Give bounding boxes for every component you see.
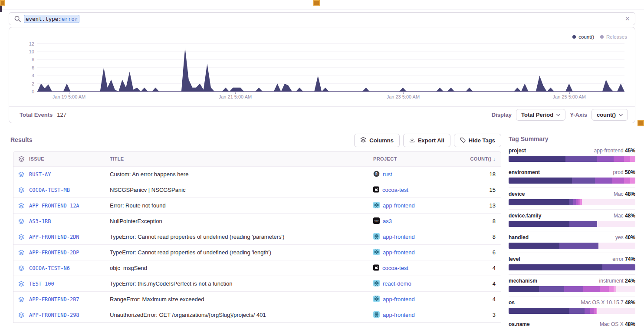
tag-distribution-bar[interactable]: [509, 156, 635, 162]
issue-link[interactable]: APP-FRONTEND-2DP: [29, 250, 110, 256]
search-query-token[interactable]: event.type:error: [24, 15, 79, 23]
tag-bar-segment[interactable]: [600, 286, 608, 292]
issue-stack-icon[interactable]: [13, 203, 29, 209]
issue-stack-icon[interactable]: [13, 187, 29, 193]
issue-link[interactable]: APP-FRONTEND-298: [29, 312, 110, 318]
table-row: COCOA-TEST-N6objc_msgSendcocoa-test4: [13, 260, 501, 276]
tag-bar-segment[interactable]: [569, 308, 585, 314]
tag-bar-segment[interactable]: [572, 178, 595, 184]
project-link[interactable]: app-frontend: [383, 312, 415, 318]
col-header-issue[interactable]: ISSUE: [29, 156, 110, 161]
project-link[interactable]: app-frontend: [383, 234, 415, 240]
legend-dot-icon: [572, 35, 576, 39]
issue-link[interactable]: APP-FRONTEND-12A: [29, 203, 110, 209]
legend-item-releases[interactable]: Releases: [600, 34, 627, 39]
project-link[interactable]: cocoa-test: [382, 187, 408, 193]
display-dropdown[interactable]: Total Period: [516, 109, 565, 121]
tag-bar-segment[interactable]: [614, 156, 624, 162]
resize-handle-top-center[interactable]: [313, 0, 320, 6]
project-link[interactable]: app-frontend: [383, 202, 415, 209]
issue-stack-icon[interactable]: [13, 281, 29, 287]
react-project-icon: [373, 311, 380, 319]
project-link[interactable]: app-frontend: [383, 249, 415, 256]
tag-bar-segment[interactable]: [602, 264, 635, 270]
tag-bar-segment[interactable]: [564, 286, 583, 292]
tag-bar-segment[interactable]: [509, 156, 565, 162]
tag-bar-segment[interactable]: [569, 221, 597, 227]
col-header-count[interactable]: COUNT() ↓: [464, 156, 496, 161]
tag-distribution-bar[interactable]: [509, 199, 635, 205]
events-area-chart[interactable]: [37, 41, 624, 92]
issue-link[interactable]: APP-FRONTEND-2DN: [29, 234, 110, 240]
resize-handle-right[interactable]: [637, 120, 644, 126]
tag-name: level: [509, 256, 520, 262]
tag-bar-segment[interactable]: [612, 178, 624, 184]
tag-bar-segment[interactable]: [509, 308, 569, 314]
tag-bar-segment[interactable]: [595, 178, 613, 184]
tag-bar-segment[interactable]: [609, 286, 614, 292]
legend-item-count[interactable]: count(): [572, 34, 594, 39]
issue-link[interactable]: COCOA-TEST-MB: [29, 187, 110, 193]
tag-bar-segment[interactable]: [509, 264, 602, 270]
tag-bar-segment[interactable]: [559, 243, 599, 249]
tag-summary-item: device.familyMac 48%: [509, 209, 635, 231]
display-label: Display: [492, 112, 512, 118]
tag-bar-segment[interactable]: [569, 199, 573, 205]
issue-link[interactable]: AS3-1RB: [29, 218, 110, 224]
issue-stack-icon[interactable]: [13, 296, 29, 303]
tag-bar-segment[interactable]: [624, 178, 631, 184]
issue-link[interactable]: TEST-100: [29, 281, 110, 287]
tag-bar-segment[interactable]: [509, 221, 569, 227]
yaxis-dropdown[interactable]: count(): [591, 109, 628, 121]
tag-bar-segment[interactable]: [624, 156, 631, 162]
tag-distribution-bar[interactable]: [509, 243, 635, 249]
tag-bar-segment[interactable]: [597, 156, 614, 162]
issue-stack-icon[interactable]: [13, 171, 29, 178]
search-bar[interactable]: event.type:error ×: [9, 12, 635, 25]
tag-bar-segment[interactable]: [539, 286, 564, 292]
tag-bar-segment[interactable]: [583, 286, 600, 292]
hide-tags-button[interactable]: Hide Tags: [454, 134, 501, 147]
tag-bar-segment[interactable]: [630, 178, 635, 184]
tag-distribution-bar[interactable]: [509, 221, 635, 227]
issue-link[interactable]: APP-FRONTEND-2B7: [29, 296, 110, 303]
tag-bar-segment[interactable]: [565, 156, 597, 162]
tag-bar-segment[interactable]: [585, 308, 590, 314]
tag-top-value: app-frontend 45%: [594, 148, 635, 154]
project-link[interactable]: react-demo: [383, 280, 411, 287]
legend-dot-icon: [600, 35, 604, 39]
issue-stack-icon[interactable]: [13, 265, 29, 271]
tag-bar-segment[interactable]: [509, 199, 569, 205]
project-link[interactable]: cocoa-test: [382, 265, 408, 271]
issue-stack-icon[interactable]: [13, 312, 29, 318]
tag-bar-segment[interactable]: [509, 178, 572, 184]
issue-stack-icon[interactable]: [13, 218, 29, 224]
project-link[interactable]: app-frontend: [383, 296, 415, 303]
tag-distribution-bar[interactable]: [509, 178, 635, 184]
col-header-title[interactable]: TITLE: [110, 156, 373, 161]
project-link[interactable]: as3: [383, 218, 392, 224]
tag-top-value: yes 40%: [615, 234, 635, 240]
stack-icon: [13, 156, 29, 162]
chart-legend: count()Releases: [572, 34, 627, 39]
issue-link[interactable]: COCOA-TEST-N6: [29, 265, 110, 271]
tag-bar-segment[interactable]: [590, 308, 594, 314]
export-all-button[interactable]: Export All: [403, 134, 450, 147]
count-value: 13: [464, 202, 496, 209]
tag-bar-segment[interactable]: [509, 243, 559, 249]
issue-link[interactable]: RUST-AY: [29, 171, 110, 178]
issue-stack-icon[interactable]: [13, 250, 29, 256]
columns-button[interactable]: Columns: [354, 134, 400, 147]
resize-handle-top-left[interactable]: [0, 0, 5, 6]
col-header-project[interactable]: PROJECT: [373, 156, 464, 161]
tag-name: environment: [509, 169, 540, 175]
issue-stack-icon[interactable]: [13, 234, 29, 240]
tag-bar-segment[interactable]: [630, 156, 635, 162]
tag-distribution-bar[interactable]: [509, 264, 635, 270]
close-icon[interactable]: ×: [625, 15, 630, 23]
project-link[interactable]: rust: [383, 171, 392, 178]
tag-distribution-bar[interactable]: [509, 286, 635, 292]
react-project-icon: [373, 249, 380, 257]
tag-distribution-bar[interactable]: [509, 308, 635, 314]
tag-bar-segment[interactable]: [509, 286, 539, 292]
